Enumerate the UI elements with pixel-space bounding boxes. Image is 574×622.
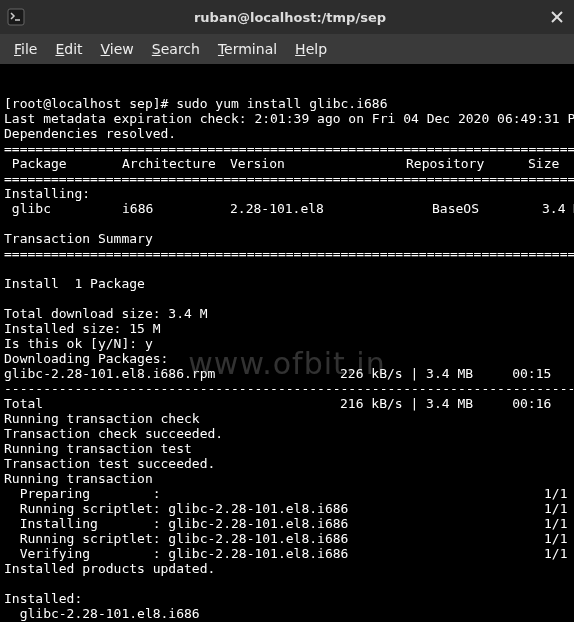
rule: ========================================… [4,246,574,261]
scriptlet: Running scriptlet: glibc-2.28-101.el8.i6… [4,531,544,546]
menu-search[interactable]: Search [144,37,208,61]
menu-view[interactable]: View [93,37,142,61]
prod-updated: Installed products updated. [4,561,215,576]
verify-line: Verifying : glibc-2.28-101.el8.i686 [4,546,544,561]
pkg-version: 2.28-101.el8 [230,201,432,216]
prompt: [root@localhost sep]# [4,96,176,111]
col-arch: Architecture [122,156,230,171]
terminal-app-icon [6,7,26,27]
rule: ========================================… [4,171,574,186]
command: sudo yum install glibc.i686 [176,96,387,111]
close-button[interactable] [546,6,568,28]
check-ok: Transaction check succeeded. [4,426,223,441]
tx-summary: Transaction Summary [4,231,153,246]
run-tx: Running transaction [4,471,153,486]
pkg-name: glibc [4,201,122,216]
dl-stats: 226 kB/s | 3.4 MB 00:15 [340,366,551,381]
run-test: Running transaction test [4,441,192,456]
terminal-window: ruban@localhost:/tmp/sep File Edit View … [0,0,574,622]
prep-label: Preparing : [4,486,544,501]
install-line: Installing : glibc-2.28-101.el8.i686 [4,516,544,531]
terminal-output[interactable]: www.ofbit.in [root@localhost sep]# sudo … [0,64,574,622]
install-count: Install 1 Package [4,276,145,291]
installed-hdr: Installed: [4,591,82,606]
total-label: Total [4,396,340,411]
inst-size: Installed size: 15 M [4,321,161,336]
col-version: Version [230,156,406,171]
col-package: Package [4,156,122,171]
dl-size: Total download size: 3.4 M [4,306,208,321]
window-title: ruban@localhost:/tmp/sep [34,10,546,25]
pkg-repo: BaseOS [432,201,542,216]
menu-help[interactable]: Help [287,37,335,61]
output-line: Last metadata expiration check: 2:01:39 … [4,111,574,126]
titlebar: ruban@localhost:/tmp/sep [0,0,574,34]
frac: 1/1 [544,531,567,546]
frac: 1/1 [544,546,567,561]
col-size: Size [528,156,559,171]
confirm: Is this ok [y/N]: y [4,336,153,351]
test-ok: Transaction test succeeded. [4,456,215,471]
scriptlet: Running scriptlet: glibc-2.28-101.el8.i6… [4,501,544,516]
menubar: File Edit View Search Terminal Help [0,34,574,64]
dl-file: glibc-2.28-101.el8.i686.rpm [4,366,340,381]
rule: ========================================… [4,141,574,156]
close-icon [551,11,563,23]
installed-pkg: glibc-2.28-101.el8.i686 [4,606,200,621]
frac: 1/1 [544,501,567,516]
menu-file[interactable]: File [6,37,45,61]
pkg-size: 3.4 M [542,201,574,216]
menu-edit[interactable]: Edit [47,37,90,61]
installing-label: Installing: [4,186,90,201]
pkg-arch: i686 [122,201,230,216]
dash-rule: ----------------------------------------… [4,381,574,396]
menu-terminal[interactable]: Terminal [210,37,285,61]
frac: 1/1 [544,516,567,531]
prep-frac: 1/1 [544,486,567,501]
output-line: Dependencies resolved. [4,126,176,141]
svg-rect-0 [8,9,24,25]
col-repo: Repository [406,156,528,171]
dl-label: Downloading Packages: [4,351,168,366]
run-check: Running transaction check [4,411,200,426]
total-stats: 216 kB/s | 3.4 MB 00:16 [340,396,551,411]
